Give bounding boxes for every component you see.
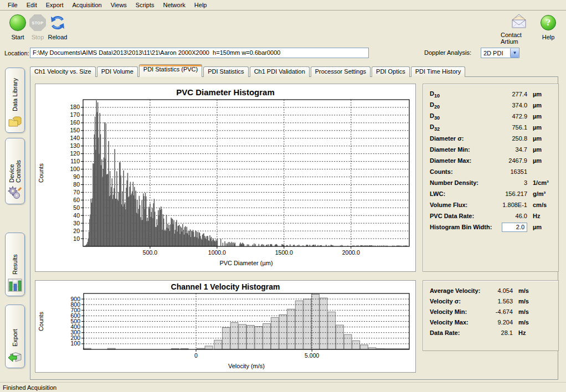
stat-unit: µm xyxy=(527,224,552,230)
histogram-bin-width-input[interactable] xyxy=(502,223,527,232)
stat-value: 9.204 xyxy=(485,319,513,326)
stat-value: 4.054 xyxy=(485,287,513,294)
pvc-statistics-panel: D10277.4µmD20374.0µmD30472.9µmD32756.1µm… xyxy=(423,84,559,272)
menu-item-export[interactable]: Export xyxy=(42,1,68,9)
contact-artium-button[interactable]: Contact Artium xyxy=(501,12,537,44)
status-text: Finished Acquisition xyxy=(3,384,56,391)
menu-item-acquisition[interactable]: Acquisition xyxy=(68,1,106,9)
stat-row-velocity: Velocity σ:1.563m/s xyxy=(430,296,552,306)
stat-row-histogram-bin-width: Histogram Bin Width:µm xyxy=(430,221,552,233)
tab-ch1-velocity-vs-size[interactable]: Ch1 Velocity vs. Size xyxy=(30,66,96,77)
svg-text:110: 110 xyxy=(70,158,80,164)
tab-pdi-statistics[interactable]: PDI Statistics xyxy=(203,66,248,77)
pvc-diameter-histogram-chart: PVC Diameter Histogram 10203040506070809… xyxy=(35,84,416,272)
location-row: Location: F:\My Documents\AIMS Data\2013… xyxy=(0,47,566,60)
reload-button[interactable]: Reload xyxy=(42,12,73,44)
chevron-down-icon[interactable]: ▼ xyxy=(510,48,519,58)
stat-label: Velocity Min: xyxy=(430,308,485,315)
stat-label: Average Velocity: xyxy=(430,287,485,294)
stat-label: D30 xyxy=(430,112,497,121)
svg-text:100: 100 xyxy=(70,166,80,172)
tab-processor-settings[interactable]: Processor Settings xyxy=(311,66,371,77)
help-button[interactable]: ? Help xyxy=(534,12,563,44)
stat-row-velocity-min: Velocity Min:-4.674m/s xyxy=(430,306,552,317)
stat-label: D10 xyxy=(430,90,497,99)
tab-pdi-volume[interactable]: PDI Volume xyxy=(97,66,138,77)
sidebar-item-label: Device Controls xyxy=(8,143,22,183)
stat-row-diameter-min: Diameter Min:34.7µm xyxy=(430,144,552,155)
stat-value: 28.1 xyxy=(485,329,513,336)
stat-unit: µm xyxy=(527,146,552,153)
stat-label: Diameter σ: xyxy=(430,135,497,142)
stat-row-diameter-max: Diameter Max:2467.9µm xyxy=(430,155,552,166)
svg-text:900: 900 xyxy=(70,296,80,302)
sidebar-item-label: Results xyxy=(12,238,18,275)
stat-row-data-rate: Data Rate:28.1Hz xyxy=(430,327,552,338)
stat-label: D20 xyxy=(430,101,497,110)
menu-item-help[interactable]: Help xyxy=(190,1,212,9)
tab-page-pdi-statistics-pvc: PVC Diameter Histogram 10203040506070809… xyxy=(30,76,558,380)
menu-item-edit[interactable]: Edit xyxy=(22,1,42,9)
stat-row-d10: D10277.4µm xyxy=(430,89,552,100)
tab-pdi-time-history[interactable]: PDI Time History xyxy=(411,66,466,77)
svg-text:130: 130 xyxy=(70,142,80,149)
tab-pdi-optics[interactable]: PDI Optics xyxy=(372,66,410,77)
location-field[interactable]: F:\My Documents\AIMS Data\2013\2013\11\2… xyxy=(30,48,369,58)
velocity-histogram-chart: Channel 1 Velocity Histogram 10020030040… xyxy=(35,280,416,373)
stat-unit: µm xyxy=(527,91,552,97)
stat-unit: m/s xyxy=(513,287,552,294)
tab-pdi-statistics-pvc[interactable]: PDI Statistics (PVC) xyxy=(139,64,202,77)
folders-icon xyxy=(8,115,22,129)
stat-value: 250.8 xyxy=(497,135,527,142)
stat-label: Volume Flux: xyxy=(430,202,497,208)
svg-text:160: 160 xyxy=(70,119,80,126)
svg-text:1500.0: 1500.0 xyxy=(275,249,293,256)
doppler-analysis-select[interactable]: 2D PDI ▼ xyxy=(481,48,519,58)
tab-bar: Ch1 Velocity vs. SizePDI VolumePDI Stati… xyxy=(30,64,466,77)
stat-value: 2467.9 xyxy=(497,157,527,164)
stat-label: PVC Data Rate: xyxy=(430,213,497,219)
export-arrow-icon xyxy=(8,350,22,364)
help-button-label: Help xyxy=(542,34,555,40)
svg-text:80: 80 xyxy=(73,181,80,188)
stat-label: Diameter Min: xyxy=(430,146,497,153)
stat-unit: µm xyxy=(527,157,552,164)
stat-unit: m/s xyxy=(513,319,552,326)
svg-text:2000.0: 2000.0 xyxy=(342,249,360,256)
sidebar-item-export[interactable]: Export xyxy=(5,305,25,368)
tab-ch1-pdi-validation[interactable]: Ch1 PDI Validation xyxy=(250,66,310,77)
reload-button-label: Reload xyxy=(48,34,68,40)
sidebar-item-results[interactable]: Results xyxy=(5,233,25,296)
stat-value: 156.217 xyxy=(497,190,527,197)
chart-plot: 10020030040050060070080090005.000Velocit… xyxy=(35,281,416,373)
location-label: Location: xyxy=(4,50,29,56)
menu-item-network[interactable]: Network xyxy=(158,1,189,9)
stat-row-velocity-max: Velocity Max:9.204m/s xyxy=(430,317,552,327)
stat-row-volume-flux: Volume Flux:1.808E-1cm/s xyxy=(430,199,552,210)
chart-plot: 1020304050607080901001101201301401501601… xyxy=(35,84,416,272)
contact-artium-label: Contact Artium xyxy=(501,32,537,45)
menu-item-scripts[interactable]: Scripts xyxy=(131,1,159,9)
svg-text:70: 70 xyxy=(73,189,80,195)
doppler-analysis-label: Doppler Analysis: xyxy=(424,49,471,56)
menu-item-views[interactable]: Views xyxy=(106,1,131,9)
svg-text:20: 20 xyxy=(73,228,80,234)
stat-value: 472.9 xyxy=(497,113,527,120)
svg-text:Velocity (m/s): Velocity (m/s) xyxy=(228,363,265,369)
sidebar-item-device-controls[interactable]: Device Controls xyxy=(5,138,25,204)
svg-text:0: 0 xyxy=(194,352,198,359)
menu-item-file[interactable]: File xyxy=(3,1,22,9)
doppler-analysis-value: 2D PDI xyxy=(481,50,510,56)
svg-text:170: 170 xyxy=(70,111,80,118)
stat-label: D32 xyxy=(430,123,497,132)
svg-text:90: 90 xyxy=(73,173,80,180)
stat-label: Velocity Max: xyxy=(430,319,485,326)
stat-unit: m/s xyxy=(513,298,552,305)
stat-label: Diameter Max: xyxy=(430,157,497,164)
stat-label: Histogram Bin Width: xyxy=(430,224,502,230)
envelope-icon xyxy=(510,13,528,30)
stat-label: Number Density: xyxy=(430,179,497,186)
sidebar-item-data-library[interactable]: Data Library xyxy=(5,68,25,133)
stat-label: Data Rate: xyxy=(430,329,485,336)
svg-text:Counts: Counts xyxy=(38,312,44,331)
